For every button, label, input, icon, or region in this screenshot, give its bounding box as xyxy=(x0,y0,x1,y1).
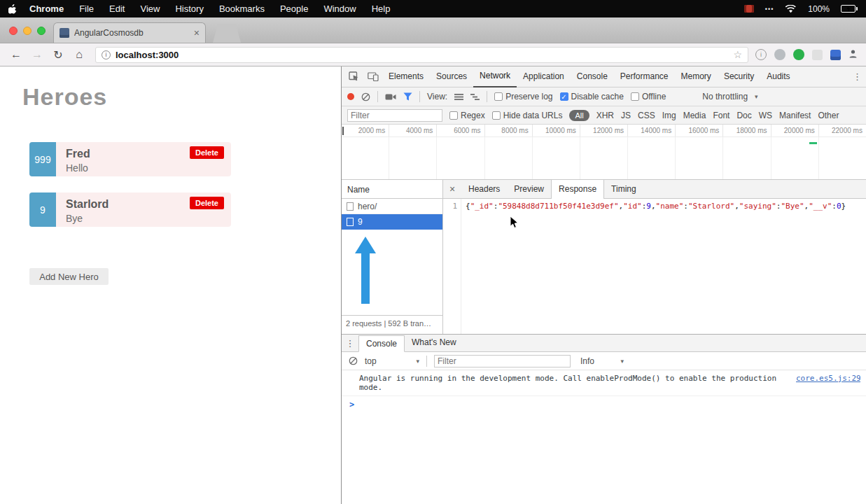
menubar-item-file[interactable]: File xyxy=(79,4,94,14)
extension-gray-icon[interactable] xyxy=(774,49,785,60)
type-filter-js[interactable]: JS xyxy=(621,111,631,120)
tab-console[interactable]: Console xyxy=(571,66,614,88)
apple-icon[interactable] xyxy=(8,4,17,14)
checkbox-icon[interactable] xyxy=(449,111,458,120)
inspect-element-icon[interactable] xyxy=(344,70,363,83)
drawer-tab-whats-new[interactable]: What's New xyxy=(405,335,463,351)
tab-close-icon[interactable]: × xyxy=(194,27,200,38)
delete-hero-button[interactable]: Delete xyxy=(190,146,224,159)
extension-light-icon[interactable] xyxy=(812,50,823,60)
tab-network[interactable]: Network xyxy=(473,66,517,88)
back-button[interactable]: ← xyxy=(7,48,25,61)
tab-elements[interactable]: Elements xyxy=(382,66,430,88)
checkbox-icon[interactable] xyxy=(494,92,503,101)
disable-cache-checkbox[interactable]: ✓ Disable cache xyxy=(560,92,624,102)
tab-audits[interactable]: Audits xyxy=(760,66,796,88)
menubar-item-history[interactable]: History xyxy=(175,4,203,14)
devtools-menu-icon[interactable]: ⋮ xyxy=(851,71,863,82)
type-filter-manifest[interactable]: Manifest xyxy=(779,111,811,120)
type-filter-other[interactable]: Other xyxy=(818,111,839,120)
wifi-icon[interactable] xyxy=(785,5,797,13)
site-info-icon[interactable]: i xyxy=(102,50,111,59)
console-prompt-icon[interactable]: > xyxy=(342,396,866,410)
menubar-item-help[interactable]: Help xyxy=(372,4,391,14)
extension-blue-icon[interactable] xyxy=(830,50,841,60)
type-filter-ws[interactable]: WS xyxy=(759,111,772,120)
overview-view-icon[interactable] xyxy=(470,93,480,101)
menubar-app-name[interactable]: Chrome xyxy=(29,4,64,14)
list-view-icon[interactable] xyxy=(454,93,463,101)
add-new-hero-button[interactable]: Add New Hero xyxy=(29,268,109,285)
type-filter-all[interactable]: All xyxy=(569,110,589,121)
timeline-tick: 4000 ms xyxy=(389,125,437,136)
type-filter-css[interactable]: CSS xyxy=(638,111,655,120)
menu-dots-icon[interactable]: ••• xyxy=(765,6,774,13)
menubar-item-view[interactable]: View xyxy=(140,4,160,14)
bookmark-star-icon[interactable]: ☆ xyxy=(733,49,742,60)
extension-info-icon[interactable]: i xyxy=(755,49,767,60)
checkbox-icon[interactable] xyxy=(631,92,639,101)
filter-funnel-icon[interactable] xyxy=(403,92,412,101)
tab-memory[interactable]: Memory xyxy=(675,66,718,88)
profile-icon[interactable] xyxy=(848,48,858,61)
new-tab-button[interactable] xyxy=(213,24,241,43)
tab-security[interactable]: Security xyxy=(718,66,760,88)
clear-icon[interactable] xyxy=(361,92,370,102)
record-button[interactable] xyxy=(347,93,354,100)
console-filter-input[interactable] xyxy=(434,355,571,368)
tab-preview[interactable]: Preview xyxy=(507,180,551,199)
screenshot-camera-icon[interactable] xyxy=(385,93,396,101)
grammarly-icon[interactable] xyxy=(793,49,804,60)
url-text[interactable]: localhost:3000 xyxy=(116,50,728,60)
preserve-log-checkbox[interactable]: Preserve log xyxy=(494,92,552,102)
console-source-link[interactable]: core.es5.js:29 xyxy=(796,374,860,392)
checkbox-checked-icon[interactable]: ✓ xyxy=(560,92,568,101)
minimize-window-button[interactable] xyxy=(23,27,32,35)
reload-button[interactable]: ↻ xyxy=(49,48,67,62)
hide-data-urls-checkbox[interactable]: Hide data URLs xyxy=(492,111,563,120)
browser-tab[interactable]: AngularCosmosdb × xyxy=(53,22,206,43)
home-button[interactable]: ⌂ xyxy=(70,48,88,61)
tab-headers[interactable]: Headers xyxy=(461,180,507,199)
regex-checkbox[interactable]: Regex xyxy=(449,111,485,120)
drawer-menu-icon[interactable]: ⋮ xyxy=(342,338,358,349)
type-filter-doc[interactable]: Doc xyxy=(736,111,751,120)
throttling-select[interactable]: No throttling xyxy=(702,92,748,102)
drawer-tab-console[interactable]: Console xyxy=(358,335,405,352)
menubar-item-edit[interactable]: Edit xyxy=(109,4,125,14)
device-toolbar-icon[interactable] xyxy=(363,71,382,83)
close-detail-icon[interactable]: × xyxy=(443,183,461,195)
forward-button[interactable]: → xyxy=(28,48,46,61)
menubar-item-bookmarks[interactable]: Bookmarks xyxy=(219,4,265,14)
request-row-9[interactable]: 9 xyxy=(342,214,442,230)
network-overview-waterfall[interactable] xyxy=(342,137,866,180)
request-row-hero[interactable]: hero/ xyxy=(342,199,442,214)
type-filter-font[interactable]: Font xyxy=(713,111,729,120)
battery-icon[interactable] xyxy=(841,5,858,13)
screen-record-status-icon[interactable] xyxy=(744,5,754,13)
menubar-item-people[interactable]: People xyxy=(280,4,308,14)
delete-hero-button[interactable]: Delete xyxy=(190,197,224,209)
console-context-select[interactable]: top ▾ xyxy=(365,356,419,366)
tab-performance[interactable]: Performance xyxy=(614,66,675,88)
type-filter-xhr[interactable]: XHR xyxy=(596,111,614,120)
hero-list-item[interactable]: 999 Fred Hello Delete xyxy=(29,142,231,176)
offline-checkbox[interactable]: Offline xyxy=(631,92,666,102)
tab-response[interactable]: Response xyxy=(551,180,604,199)
clear-console-icon[interactable] xyxy=(349,356,358,365)
menubar-item-window[interactable]: Window xyxy=(323,4,356,14)
type-filter-img[interactable]: Img xyxy=(662,111,676,120)
hero-list-item[interactable]: 9 Starlord Bye Delete xyxy=(29,192,231,227)
close-window-button[interactable] xyxy=(9,27,18,35)
network-filter-input[interactable] xyxy=(347,109,442,122)
type-filter-media[interactable]: Media xyxy=(683,111,706,120)
address-bar[interactable]: i localhost:3000 ☆ xyxy=(95,47,748,63)
throttling-dropdown-icon[interactable]: ▾ xyxy=(755,93,758,100)
checkbox-icon[interactable] xyxy=(492,111,501,120)
tab-sources[interactable]: Sources xyxy=(430,66,473,88)
zoom-window-button[interactable] xyxy=(37,27,46,35)
name-column-header[interactable]: Name xyxy=(342,180,442,199)
tab-application[interactable]: Application xyxy=(517,66,571,88)
tab-timing[interactable]: Timing xyxy=(604,180,643,199)
console-level-select[interactable]: Info ▾ xyxy=(580,356,624,366)
